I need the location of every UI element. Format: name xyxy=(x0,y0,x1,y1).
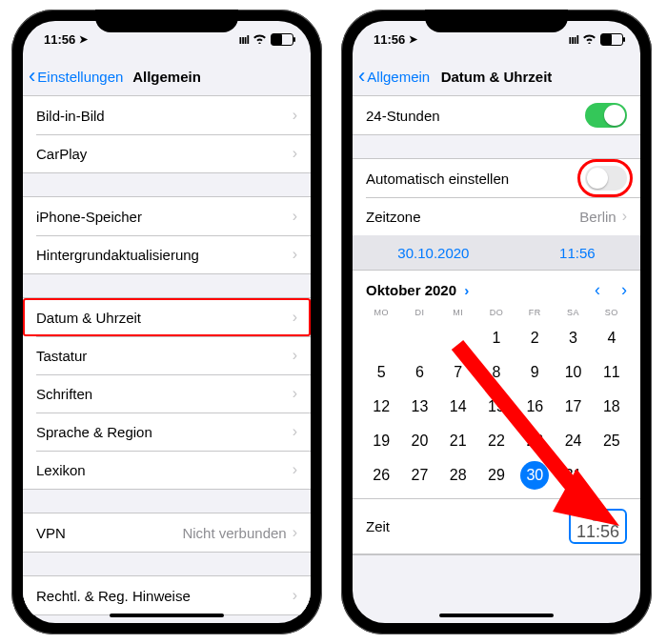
calendar-day[interactable]: 20 xyxy=(400,424,438,458)
next-month-button[interactable]: › xyxy=(621,280,627,300)
calendar-day[interactable]: 6 xyxy=(400,355,438,390)
datetime-settings: 24-Stunden Automatisch einstellen Zeitzo… xyxy=(353,96,640,623)
battery-icon xyxy=(600,33,623,46)
row-auto-set[interactable]: Automatisch einstellen xyxy=(353,159,640,197)
summary-date[interactable]: 30.10.2020 xyxy=(397,245,469,261)
calendar-day[interactable]: 7 xyxy=(439,355,477,390)
row-sprache-region[interactable]: Sprache & Region› xyxy=(23,413,311,451)
calendar-day[interactable]: 25 xyxy=(593,424,631,458)
calendar-day[interactable]: 13 xyxy=(400,390,438,424)
chevron-right-icon: › xyxy=(293,107,297,124)
calendar-day[interactable]: 11 xyxy=(593,355,631,390)
back-label: Allgemein xyxy=(367,69,430,85)
phone-left: 11:56 ➤ ıııl ‹ Einstellungen Allgemein B… xyxy=(11,10,322,634)
summary-time[interactable]: 11:56 xyxy=(559,245,596,261)
row-24h[interactable]: 24-Stunden xyxy=(353,96,640,134)
row-schriften[interactable]: Schriften› xyxy=(23,374,311,413)
row-label: Bild-in-Bild xyxy=(36,108,293,124)
nav-bar: ‹ Allgemein Datum & Uhrzeit xyxy=(353,57,640,96)
row-tastatur[interactable]: Tastatur› xyxy=(23,336,311,374)
row-carplay[interactable]: CarPlay› xyxy=(23,134,311,172)
date-time-summary[interactable]: 30.10.2020 11:56 xyxy=(353,235,640,271)
row-value: Nicht verbunden xyxy=(182,525,286,541)
phone-right: 11:56 ➤ ıııl ‹ Allgemein Datum & Uhrzeit xyxy=(341,10,652,634)
calendar-day[interactable]: 4 xyxy=(593,321,631,355)
calendar-day[interactable]: 3 xyxy=(554,321,592,355)
row-timezone[interactable]: Zeitzone Berlin › xyxy=(353,197,640,235)
calendar-day[interactable]: 18 xyxy=(593,390,631,424)
back-button[interactable]: ‹ Allgemein xyxy=(353,66,430,87)
calendar-day[interactable]: 2 xyxy=(515,321,554,355)
calendar-day[interactable]: 8 xyxy=(477,355,515,390)
chevron-right-icon: › xyxy=(293,208,297,225)
calendar-day[interactable]: 17 xyxy=(554,390,592,424)
calendar-day[interactable]: 22 xyxy=(477,424,515,458)
calendar-day[interactable]: 19 xyxy=(362,424,400,458)
calendar-day[interactable]: 10 xyxy=(554,355,592,390)
home-indicator[interactable] xyxy=(110,614,224,617)
row-value: Berlin xyxy=(579,209,616,225)
prev-month-button[interactable]: ‹ xyxy=(595,280,600,300)
notch xyxy=(95,10,238,32)
calendar-day[interactable]: 24 xyxy=(554,424,592,458)
calendar-day xyxy=(593,458,631,493)
toggle-auto[interactable] xyxy=(585,166,627,191)
row-lexikon[interactable]: Lexikon› xyxy=(23,451,311,489)
settings-list[interactable]: Bild-in-Bild›CarPlay›iPhone-Speicher›Hin… xyxy=(23,96,311,623)
calendar-day xyxy=(400,321,438,355)
month-label[interactable]: Oktober 2020 › xyxy=(366,282,469,298)
calendar-day[interactable]: 16 xyxy=(515,390,554,424)
calendar-day xyxy=(362,321,400,355)
row-vpn[interactable]: VPNNicht verbunden› xyxy=(23,513,311,552)
dow-label: FR xyxy=(515,304,554,321)
calendar-day[interactable]: 14 xyxy=(439,390,477,424)
calendar-day[interactable]: 30 xyxy=(515,458,554,493)
calendar-day[interactable]: 1 xyxy=(477,321,515,355)
calendar-day xyxy=(439,321,477,355)
signal-icon: ıııl xyxy=(569,32,578,47)
row-iphone-speicher[interactable]: iPhone-Speicher› xyxy=(23,197,311,235)
row-datum-uhrzeit[interactable]: Datum & Uhrzeit› xyxy=(23,298,311,336)
row-hintergrundaktualisierung[interactable]: Hintergrundaktualisierung› xyxy=(23,235,311,273)
calendar[interactable]: MODIMIDOFRSASO 1234567891011121314151617… xyxy=(353,304,640,498)
chevron-right-icon: › xyxy=(293,309,297,326)
screen-right: 11:56 ➤ ıııl ‹ Allgemein Datum & Uhrzeit xyxy=(353,21,640,623)
calendar-day[interactable]: 12 xyxy=(362,390,400,424)
row-rechtl-reg-hinweise[interactable]: Rechtl. & Reg. Hinweise› xyxy=(23,576,311,614)
back-button[interactable]: ‹ Einstellungen xyxy=(23,66,123,87)
time-picker[interactable]: 10 11:56 xyxy=(569,509,627,544)
calendar-day[interactable]: 29 xyxy=(477,458,515,493)
row-bild-in-bild[interactable]: Bild-in-Bild› xyxy=(23,96,311,134)
row-label: Tastatur xyxy=(36,348,293,364)
chevron-right-icon: › xyxy=(293,524,297,541)
row-label: CarPlay xyxy=(36,146,293,162)
month-nav: Oktober 2020 › ‹ › xyxy=(353,271,640,304)
row-label: Schriften xyxy=(36,386,293,402)
chevron-right-icon: › xyxy=(464,282,469,298)
row-label: Sprache & Region xyxy=(36,424,293,440)
calendar-day[interactable]: 28 xyxy=(439,458,477,493)
row-label: 24-Stunden xyxy=(366,108,585,124)
dow-label: MO xyxy=(362,304,400,321)
calendar-day[interactable]: 21 xyxy=(439,424,477,458)
calendar-day[interactable]: 15 xyxy=(477,390,515,424)
calendar-day[interactable]: 5 xyxy=(362,355,400,390)
chevron-right-icon: › xyxy=(293,347,297,364)
back-label: Einstellungen xyxy=(37,69,123,85)
calendar-day[interactable]: 9 xyxy=(515,355,554,390)
time-row[interactable]: Zeit 10 11:56 xyxy=(353,498,640,554)
row-label: Datum & Uhrzeit xyxy=(36,310,293,326)
row-label: Lexikon xyxy=(36,462,293,478)
location-icon: ➤ xyxy=(409,33,417,46)
row-label: Rechtl. & Reg. Hinweise xyxy=(36,588,293,604)
calendar-day[interactable]: 31 xyxy=(554,458,592,493)
row-label: Zeitzone xyxy=(366,209,579,225)
home-indicator[interactable] xyxy=(439,614,554,617)
calendar-day[interactable]: 23 xyxy=(515,424,554,458)
wifi-icon xyxy=(582,32,596,47)
calendar-day[interactable]: 26 xyxy=(362,458,400,493)
dow-label: DO xyxy=(477,304,515,321)
toggle-24h[interactable] xyxy=(585,103,627,128)
dow-label: SA xyxy=(554,304,592,321)
calendar-day[interactable]: 27 xyxy=(400,458,438,493)
